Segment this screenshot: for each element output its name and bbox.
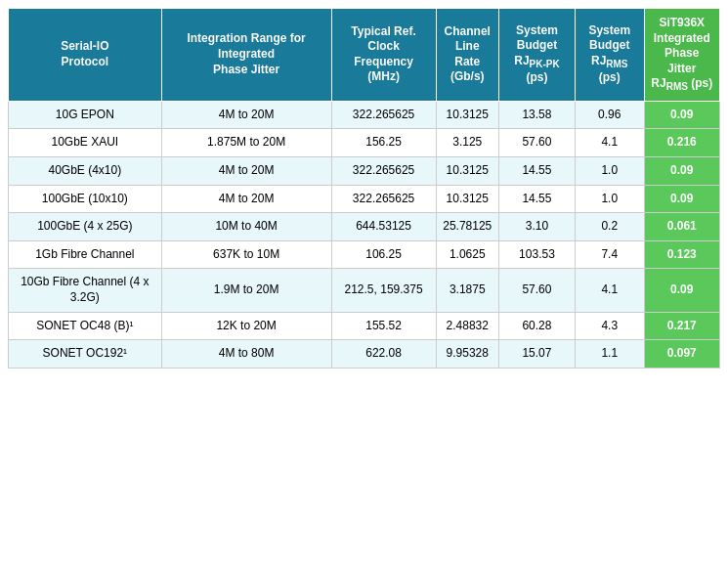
cell-line-rate: 2.48832 [436,312,498,340]
cell-line-rate: 3.125 [436,129,498,157]
cell-phase-jitter: 0.09 [644,185,719,213]
col-header-protocol: Serial-IOProtocol [9,9,162,102]
cell-sys-budget-pk: 60.28 [498,312,575,340]
cell-protocol: 10GbE XAUI [9,129,162,157]
cell-sys-budget-rms: 4.1 [575,129,644,157]
col-header-sys-budget-rms: SystemBudgetRJRMS (ps) [575,9,644,102]
cell-protocol: 10Gb Fibre Channel (4 x 3.2G) [9,269,162,312]
cell-line-rate: 10.3125 [436,185,498,213]
cell-phase-jitter: 0.097 [644,340,719,369]
cell-ref-clock: 644.53125 [331,213,436,241]
table-container: Serial-IOProtocol Integration Range for … [0,0,728,376]
cell-int-range: 4M to 20M [161,101,331,129]
cell-line-rate: 10.3125 [436,101,498,129]
cell-sys-budget-rms: 0.96 [575,101,644,129]
table-row: 10G EPON4M to 20M322.26562510.312513.580… [9,101,720,129]
cell-sys-budget-rms: 4.1 [575,269,644,312]
cell-sys-budget-rms: 1.0 [575,156,644,185]
cell-protocol: 10G EPON [9,101,162,129]
cell-ref-clock: 322.265625 [331,185,436,213]
cell-sys-budget-pk: 57.60 [498,269,575,312]
table-row: 100GbE (10x10)4M to 20M322.26562510.3125… [9,185,720,213]
cell-ref-clock: 212.5, 159.375 [331,269,436,312]
cell-phase-jitter: 0.123 [644,240,719,269]
cell-sys-budget-rms: 0.2 [575,213,644,241]
table-row: 10Gb Fibre Channel (4 x 3.2G)1.9M to 20M… [9,269,720,312]
cell-phase-jitter: 0.216 [644,129,719,157]
col-header-int-range: Integration Range for IntegratedPhase Ji… [161,9,331,102]
cell-int-range: 4M to 80M [161,340,331,369]
table-row: 1Gb Fibre Channel637K to 10M106.251.0625… [9,240,720,269]
cell-ref-clock: 106.25 [331,240,436,269]
col-header-ref-clock: Typical Ref. ClockFrequency(MHz) [331,9,436,102]
col-header-sys-budget-pk: SystemBudgetRJPK-PK (ps) [498,9,575,102]
cell-protocol: SONET OC192¹ [9,340,162,369]
cell-protocol: 40GbE (4x10) [9,156,162,185]
cell-sys-budget-pk: 3.10 [498,213,575,241]
cell-phase-jitter: 0.061 [644,213,719,241]
cell-protocol: SONET OC48 (B)¹ [9,312,162,340]
col-header-phase-jitter: SiT936XIntegratedPhase JitterRJRMS (ps) [644,9,719,102]
cell-line-rate: 25.78125 [436,213,498,241]
cell-ref-clock: 322.265625 [331,101,436,129]
cell-protocol: 100GbE (10x10) [9,185,162,213]
cell-sys-budget-pk: 13.58 [498,101,575,129]
cell-sys-budget-rms: 4.3 [575,312,644,340]
cell-sys-budget-pk: 57.60 [498,129,575,157]
cell-line-rate: 1.0625 [436,240,498,269]
data-table: Serial-IOProtocol Integration Range for … [8,8,720,369]
table-row: 40GbE (4x10)4M to 20M322.26562510.312514… [9,156,720,185]
cell-sys-budget-rms: 7.4 [575,240,644,269]
cell-sys-budget-rms: 1.0 [575,185,644,213]
cell-phase-jitter: 0.09 [644,156,719,185]
table-row: SONET OC48 (B)¹12K to 20M155.522.4883260… [9,312,720,340]
cell-protocol: 1Gb Fibre Channel [9,240,162,269]
cell-ref-clock: 156.25 [331,129,436,157]
cell-phase-jitter: 0.217 [644,312,719,340]
cell-int-range: 12K to 20M [161,312,331,340]
cell-int-range: 4M to 20M [161,185,331,213]
cell-line-rate: 3.1875 [436,269,498,312]
cell-ref-clock: 322.265625 [331,156,436,185]
cell-ref-clock: 622.08 [331,340,436,369]
table-row: 100GbE (4 x 25G)10M to 40M644.5312525.78… [9,213,720,241]
cell-int-range: 637K to 10M [161,240,331,269]
cell-line-rate: 10.3125 [436,156,498,185]
cell-sys-budget-pk: 103.53 [498,240,575,269]
cell-line-rate: 9.95328 [436,340,498,369]
cell-phase-jitter: 0.09 [644,269,719,312]
col-header-line-rate: ChannelLine Rate(Gb/s) [436,9,498,102]
cell-int-range: 1.875M to 20M [161,129,331,157]
cell-protocol: 100GbE (4 x 25G) [9,213,162,241]
cell-int-range: 4M to 20M [161,156,331,185]
cell-int-range: 1.9M to 20M [161,269,331,312]
cell-sys-budget-pk: 14.55 [498,185,575,213]
cell-sys-budget-rms: 1.1 [575,340,644,369]
cell-phase-jitter: 0.09 [644,101,719,129]
cell-sys-budget-pk: 14.55 [498,156,575,185]
cell-sys-budget-pk: 15.07 [498,340,575,369]
cell-int-range: 10M to 40M [161,213,331,241]
table-row: SONET OC192¹4M to 80M622.089.9532815.071… [9,340,720,369]
table-row: 10GbE XAUI1.875M to 20M156.253.12557.604… [9,129,720,157]
cell-ref-clock: 155.52 [331,312,436,340]
